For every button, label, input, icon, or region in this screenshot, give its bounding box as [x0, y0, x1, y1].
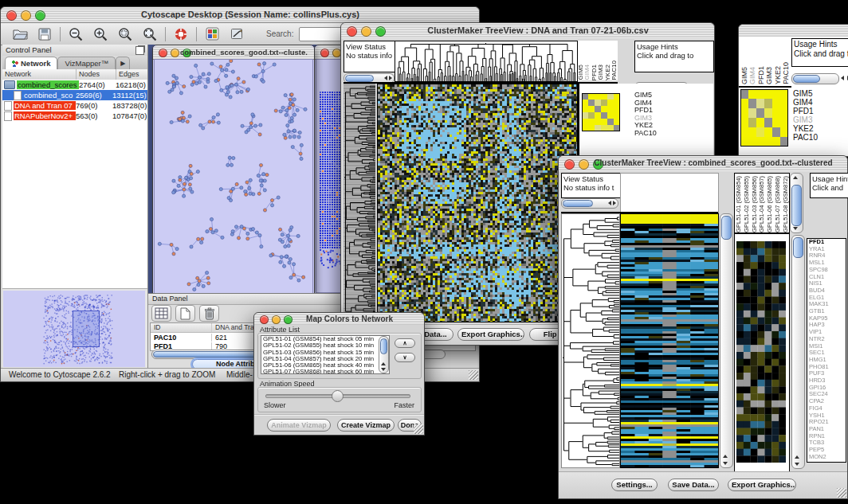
animate-vizmap-button[interactable]: Animate Vizmap — [267, 419, 331, 432]
array-label[interactable]: GPL51-08 (GSM872) — [782, 176, 789, 232]
column-label[interactable]: GIM3 — [765, 67, 773, 84]
network-name[interactable]: RNAPuberNov2+ — [14, 111, 76, 120]
zoom-scrollbar[interactable] — [791, 235, 805, 469]
column-network[interactable]: Network — [2, 69, 77, 80]
zoom-in-button[interactable] — [91, 25, 110, 43]
scroll-down-arrow[interactable] — [381, 368, 386, 371]
annotation-button[interactable] — [227, 25, 246, 43]
dendrogram-scrollbar[interactable] — [561, 198, 618, 209]
zoom-fit-button[interactable] — [140, 25, 159, 43]
scrollbar-thumb[interactable] — [791, 185, 802, 226]
close-button[interactable] — [159, 49, 167, 57]
treeview-titlebar[interactable]: ClusterMaker TreeView : combined_scores_… — [559, 156, 847, 172]
network-name[interactable]: combined_scores — [17, 80, 79, 89]
global-heatmap-canvas[interactable] — [620, 213, 719, 468]
scrollbar-thumb[interactable] — [563, 200, 593, 207]
network-view-canvas[interactable] — [154, 59, 313, 294]
scroll-down-arrow[interactable] — [793, 227, 798, 230]
select-attributes-button[interactable] — [151, 305, 171, 322]
column-label[interactable]: GIM5 — [740, 67, 748, 84]
scroll-down-arrow[interactable] — [795, 463, 799, 466]
column-id[interactable]: ID — [151, 323, 212, 332]
array-label[interactable]: GPL51-04 (GSM857) — [758, 176, 765, 232]
column-edges[interactable]: Edges — [116, 69, 147, 80]
float-panel-icon[interactable] — [135, 46, 144, 55]
global-heatmap-canvas[interactable] — [377, 84, 578, 322]
scrollbar-thumb[interactable] — [793, 237, 803, 258]
close-button[interactable] — [6, 10, 17, 21]
gene-label[interactable]: MON2 — [807, 454, 846, 461]
help-button[interactable] — [171, 25, 190, 43]
column-label[interactable]: YKE2 — [774, 66, 782, 84]
column-label[interactable]: PAC10 — [782, 62, 790, 84]
array-tree-panel[interactable] — [620, 173, 719, 213]
similarity-matrix-canvas[interactable] — [740, 89, 788, 147]
gene-label[interactable]: GIM4 — [793, 98, 841, 107]
treeview-titlebar[interactable] — [739, 25, 848, 37]
column-label[interactable]: GIM3 — [598, 64, 604, 80]
move-up-button[interactable]: ∧ — [395, 338, 415, 348]
matrix-scrollbar[interactable] — [791, 73, 839, 84]
column-label[interactable]: GIM4 — [748, 67, 756, 84]
move-down-button[interactable]: ∨ — [395, 353, 415, 362]
column-label[interactable]: PFD1 — [757, 66, 765, 84]
main-titlebar[interactable]: Cytoscape Desktop (Session Name: collins… — [1, 7, 479, 23]
resize-grip[interactable] — [837, 488, 846, 498]
export-graphics-button[interactable]: Export Graphics... — [728, 479, 796, 491]
network-row[interactable]: combined_scores 2764(0) 16218(0) — [2, 80, 147, 90]
gene-label[interactable]: PAC10 — [634, 130, 674, 138]
column-nodes[interactable]: Nodes — [77, 69, 116, 80]
array-label[interactable]: GPL51-07 (GSM868) — [774, 176, 781, 232]
attribute-scrollbar[interactable] — [379, 336, 389, 373]
gene-label[interactable]: GIM5 — [793, 89, 841, 98]
new-attribute-button[interactable] — [175, 305, 195, 322]
array-label[interactable]: GPL51-03 (GSM856) — [751, 176, 758, 232]
zoom-out-button[interactable] — [66, 25, 85, 43]
scroll-left-arrow[interactable] — [384, 76, 387, 80]
array-dendrogram-canvas[interactable] — [395, 41, 578, 82]
child-titlebar[interactable]: combined_scores_good.txt--cluste... — [153, 45, 314, 60]
delete-attribute-button[interactable] — [199, 305, 219, 322]
tab-overflow-arrow[interactable]: ▶ — [116, 57, 130, 69]
speed-slider-thumb[interactable] — [332, 390, 344, 402]
minimize-button[interactable] — [272, 315, 281, 324]
vizmapper-button[interactable] — [202, 25, 222, 43]
scrollbar-thumb[interactable] — [721, 216, 732, 240]
scrollbar-thumb[interactable] — [345, 75, 374, 82]
minimize-button[interactable] — [171, 49, 179, 57]
array-label[interactable]: GPL51-06 (GSM865) — [766, 176, 773, 232]
treeview-titlebar[interactable]: ClusterMaker TreeView : DNA and Tran 07-… — [341, 23, 714, 39]
close-button[interactable] — [564, 159, 575, 170]
array-label[interactable]: GPL51-02 (GSM855) — [743, 176, 750, 232]
open-file-button[interactable] — [10, 25, 29, 43]
save-session-button[interactable] — [35, 25, 54, 43]
scroll-up-arrow[interactable] — [793, 176, 798, 179]
scroll-right-arrow[interactable] — [389, 76, 392, 80]
network-name[interactable]: combined_sco — [23, 91, 76, 100]
scrollbar-thumb[interactable] — [380, 338, 387, 354]
network-view-window[interactable]: combined_scores_good.txt--cluste... — [152, 45, 315, 294]
dialog-titlebar[interactable]: Map Colors to Network — [254, 313, 424, 326]
network-row[interactable]: DNA and Tran 07 769(0) 183728(0) — [2, 100, 147, 111]
resize-grip[interactable] — [469, 370, 478, 380]
tab-network[interactable]: Network — [5, 57, 57, 69]
attribute-item[interactable]: GPL51-07 (GSM868) heat shock 60 min — [261, 369, 389, 374]
export-graphics-button[interactable]: Export Graphics... — [457, 328, 524, 341]
gene-label[interactable]: YKE2 — [793, 124, 841, 133]
gene-label[interactable]: GIM3 — [793, 115, 841, 124]
settings-button[interactable]: Settings... — [611, 479, 658, 491]
network-name[interactable]: DNA and Tran 07 — [14, 101, 76, 110]
network-row[interactable]: combined_sco 2569(6) 13112(15) — [2, 90, 147, 100]
scrollbar-thumb[interactable] — [793, 75, 820, 83]
array-label[interactable]: GPL51-01 (GSM854) — [735, 176, 742, 232]
label-scrollbar[interactable] — [790, 173, 803, 233]
scroll-right-arrow[interactable] — [613, 201, 616, 205]
network-overview-canvas[interactable] — [3, 291, 145, 367]
heatmap-scrollbar[interactable] — [720, 213, 733, 468]
gene-label[interactable]: PFD1 — [793, 107, 841, 115]
scroll-up-arrow[interactable] — [723, 455, 728, 458]
similarity-matrix-canvas[interactable] — [582, 93, 620, 131]
gene-dendrogram-canvas[interactable] — [344, 84, 375, 321]
scroll-down-arrow[interactable] — [723, 462, 728, 465]
network-row[interactable]: RNAPuberNov2+ 563(0) 107847(0) — [2, 111, 147, 121]
